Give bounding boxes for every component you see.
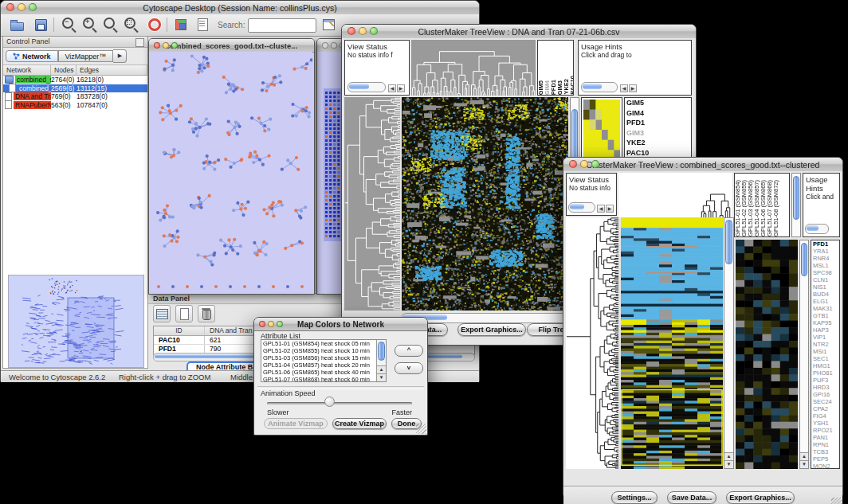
network-row[interactable]: RNAPuberNov2+! 563(0) 107847(0) <box>3 101 147 110</box>
column-label[interactable]: GPL51-01 (GSM854) <box>735 180 740 236</box>
attribute-item[interactable]: GPL51-01 (GSM854) heat shock 05 min <box>261 340 386 347</box>
gene-name[interactable]: KAP95 <box>811 319 839 326</box>
gene-name[interactable]: RNR4 <box>811 255 839 262</box>
zoom-window-icon[interactable] <box>29 3 37 11</box>
attribute-item[interactable]: GPL51-06 (GSM865) heat shock 40 min <box>261 369 386 376</box>
gene-name[interactable]: PAN1 <box>811 434 839 441</box>
network-overview-thumbnail[interactable] <box>8 275 144 368</box>
gene-name[interactable]: TCB3 <box>811 448 839 455</box>
gene-name[interactable]: PHO81 <box>811 369 839 377</box>
animate-vizmap-button[interactable]: Animate Vizmap <box>264 418 328 429</box>
delete-attribute-icon[interactable] <box>198 305 215 322</box>
attribute-list-scrollbar[interactable]: ▲▼ <box>376 340 386 381</box>
scroll-down-icon[interactable]: ▼ <box>724 460 733 468</box>
treeview-button[interactable]: Save Data... <box>667 491 716 504</box>
gene-name[interactable]: RPO21 <box>811 427 839 434</box>
network-canvas[interactable] <box>149 52 312 292</box>
gene-name[interactable]: PFD1 <box>811 240 839 248</box>
gene-name[interactable]: ELG1 <box>811 298 839 305</box>
dialog-titlebar[interactable]: Map Colors to Network <box>254 318 427 331</box>
gene-name[interactable]: PEP5 <box>811 455 839 463</box>
gene-name[interactable]: GPI16 <box>811 391 839 398</box>
attribute-item[interactable]: GPL51-04 (GSM857) heat shock 20 min <box>261 361 386 369</box>
gene-name[interactable]: VIP1 <box>811 334 839 341</box>
gene-name[interactable]: HAP3 <box>811 326 839 334</box>
tab-vizmapper[interactable]: VizMapper™ <box>58 50 114 62</box>
zoom-selected-icon[interactable] <box>124 17 139 33</box>
usage-hints-scrollbar[interactable] <box>805 224 829 234</box>
attribute-listbox[interactable]: GPL51-01 (GSM854) heat shock 05 minGPL51… <box>261 339 387 382</box>
zoom-out-icon[interactable]: − <box>61 17 77 33</box>
close-icon[interactable] <box>569 160 577 168</box>
gene-name[interactable]: SEC24 <box>811 398 839 405</box>
zoom-window-icon[interactable] <box>171 42 178 49</box>
gene-name[interactable]: YKE2 <box>625 138 691 148</box>
tab-network[interactable]: Network <box>6 50 58 62</box>
minimize-icon[interactable] <box>331 42 337 49</box>
network-row[interactable]: combined_scores 2764(0) 16218(0) <box>3 76 147 84</box>
network-row[interactable]: DNA and Tran 07 769(0) 183728(0) <box>3 92 147 101</box>
attribute-editor-icon[interactable] <box>321 17 337 33</box>
gene-name[interactable]: YRA1 <box>811 248 839 255</box>
gene-name[interactable]: GTB1 <box>811 312 839 319</box>
annotation-icon[interactable] <box>195 17 211 33</box>
scrollbar-thumb[interactable] <box>801 243 807 276</box>
column-header-nodes[interactable]: Nodes <box>51 65 77 75</box>
save-icon[interactable] <box>33 17 49 33</box>
minimize-icon[interactable] <box>580 160 588 168</box>
column-label[interactable]: PAC10 <box>570 76 574 95</box>
gene-name[interactable]: GIM3 <box>625 128 691 139</box>
gene-name[interactable]: RPN1 <box>811 441 839 448</box>
scrollbar-thumb[interactable] <box>378 342 385 361</box>
network-window-titlebar[interactable]: combined_scores_good.txt--cluste... <box>149 39 314 53</box>
gene-name[interactable]: NIS1 <box>811 283 839 291</box>
zoom-in-icon[interactable]: + <box>82 17 98 33</box>
column-label[interactable]: YKE2 <box>563 79 569 95</box>
view-status-scrollbar[interactable] <box>347 82 386 92</box>
gene-name[interactable]: PUF3 <box>811 377 839 384</box>
vizmapper-icon[interactable] <box>173 17 189 33</box>
gene-name[interactable]: SEC1 <box>811 355 839 362</box>
row-dendrogram[interactable] <box>344 97 400 311</box>
treeview-combined-titlebar[interactable]: ClusterMaker TreeView : combined_scores_… <box>563 158 842 172</box>
gene-name[interactable]: YSH1 <box>811 420 839 427</box>
scrollbar-thumb[interactable] <box>583 84 602 89</box>
scroll-up-icon[interactable]: ▲ <box>724 452 733 460</box>
treeview-dna-titlebar[interactable]: ClusterMaker TreeView : DNA and Tran 07-… <box>342 25 696 39</box>
resize-grip[interactable] <box>416 424 426 434</box>
usage-hints-scrollbar[interactable] <box>581 82 618 92</box>
column-label[interactable]: PFD1 <box>551 80 556 95</box>
zoom-window-icon[interactable] <box>591 160 599 168</box>
gene-name[interactable]: MSI1 <box>811 348 839 355</box>
animation-speed-slider[interactable] <box>267 402 412 404</box>
heatmap-global-view[interactable] <box>402 97 568 311</box>
search-input[interactable] <box>248 18 316 33</box>
gene-name[interactable]: HMG1 <box>811 362 839 369</box>
float-panel-icon[interactable] <box>135 38 144 47</box>
scroll-left-icon[interactable]: ◀ <box>620 84 628 92</box>
move-down-button[interactable]: v <box>395 362 423 374</box>
treeview-button[interactable]: Settings... <box>611 491 658 504</box>
gene-name[interactable]: NTR2 <box>811 341 839 348</box>
attribute-item[interactable]: GPL51-07 (GSM868) heat shock 60 min <box>261 376 386 382</box>
zoom-fit-icon[interactable] <box>103 17 119 33</box>
column-header-edges[interactable]: Edges <box>77 65 147 75</box>
close-icon[interactable] <box>6 3 14 11</box>
column-header-id[interactable]: ID <box>154 326 205 335</box>
scroll-down-icon[interactable]: ▼ <box>377 373 386 381</box>
treeview-button[interactable]: Export Graphics... <box>457 323 526 336</box>
scrollbar-thumb[interactable] <box>807 225 819 231</box>
minimize-icon[interactable] <box>268 321 274 327</box>
column-label[interactable]: GPL51-04 (GSM857) <box>754 180 760 236</box>
gene-name[interactable]: FIG4 <box>811 412 839 420</box>
scroll-down-icon[interactable]: ▼ <box>800 460 808 468</box>
gene-name[interactable]: HRD3 <box>811 384 839 391</box>
help-icon[interactable] <box>147 17 163 33</box>
scrollbar-thumb[interactable] <box>349 84 369 89</box>
gene-name[interactable]: BUD4 <box>811 291 839 298</box>
scroll-right-icon[interactable]: ▶ <box>397 84 405 92</box>
treeview-button[interactable]: Export Graphics... <box>726 491 795 504</box>
gene-name[interactable]: GIM4 <box>625 108 691 119</box>
create-attribute-icon[interactable] <box>175 305 193 322</box>
tab-overflow-icon[interactable]: ▶ <box>113 49 127 63</box>
